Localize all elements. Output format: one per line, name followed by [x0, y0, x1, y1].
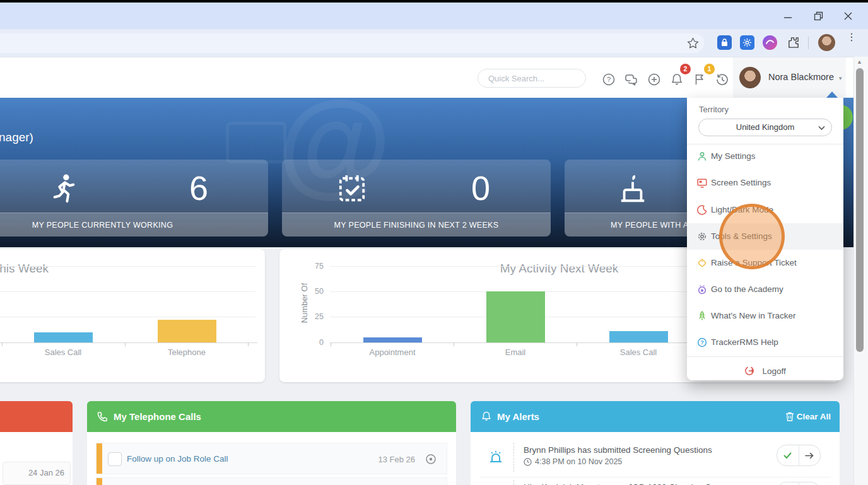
clear-all-button[interactable]: Clear All — [797, 412, 831, 421]
y-tick-label: 50 — [305, 287, 324, 296]
overdue-panel-header — [0, 401, 73, 432]
moon-icon — [697, 205, 707, 215]
stat-value: 0 — [471, 168, 490, 207]
chat-icon[interactable] — [625, 73, 638, 86]
vertical-scrollbar[interactable]: ▲ — [853, 57, 868, 485]
calls-panel-header: My Telephone Calls — [87, 401, 456, 432]
x-tick — [125, 342, 126, 346]
territory-value: United Kingdom — [699, 122, 831, 132]
x-category-label: Sales Call — [9, 348, 117, 357]
menu-item-my-settings[interactable]: My Settings — [687, 143, 843, 170]
x-tick — [577, 342, 577, 346]
territory-label: Territory — [699, 105, 729, 114]
person-icon — [697, 151, 707, 161]
logoff-icon — [744, 366, 754, 376]
user-avatar[interactable] — [739, 67, 761, 88]
siren-icon — [487, 448, 505, 466]
alert-accept-button[interactable] — [777, 445, 799, 465]
user-caret-icon[interactable]: ▾ — [839, 75, 842, 81]
alert-item[interactable]: Brynn Phillips has submitted Screening Q… — [479, 440, 831, 474]
alert-separator — [513, 480, 514, 485]
call-item[interactable]: Follow up on Job Role Call 13 Feb 26 — [96, 477, 447, 485]
trash-icon[interactable] — [785, 412, 794, 421]
scrollbar-thumb[interactable] — [856, 68, 864, 352]
priority-bar — [97, 443, 102, 474]
search-input[interactable]: Quick Search... — [478, 69, 586, 88]
menu-item-label: What's New in Tracker — [711, 311, 796, 320]
alert-text: Brynn Phillips has submitted Screening Q… — [524, 445, 712, 455]
help-icon[interactable]: ? — [602, 73, 616, 86]
screen: ⋮ Quick Search... ? 2 1 Nora Blackmore ▾… — [0, 0, 868, 485]
toolbar-separator — [808, 37, 809, 49]
alert-accept-button[interactable] — [777, 482, 799, 485]
menu-item-label: My Settings — [711, 151, 756, 161]
flag-badge: 1 — [704, 64, 715, 74]
stat-card-working[interactable]: 6 MY PEOPLE CURRENTLY WORKING — [0, 160, 268, 237]
click-indicator — [719, 204, 785, 269]
bell-icon — [481, 411, 492, 422]
history-icon[interactable] — [715, 73, 729, 86]
browser-toolbar: ⋮ — [0, 29, 868, 57]
flag-icon[interactable] — [693, 73, 707, 86]
address-bar[interactable] — [0, 33, 704, 53]
call-item[interactable]: Follow up on Job Role Call 13 Feb 26 — [96, 443, 447, 474]
menu-item-help[interactable]: ? TrackerRMS Help — [687, 329, 843, 356]
call-link[interactable]: Follow up on Job Role Call — [127, 454, 228, 464]
menu-item-screen-settings[interactable]: Screen Settings — [687, 170, 843, 196]
extension-gear-icon[interactable] — [740, 35, 754, 50]
svg-text:?: ? — [607, 76, 611, 83]
stat-card-finishing[interactable]: 0 MY PEOPLE FINISHING IN NEXT 2 WEEKS — [282, 160, 551, 237]
x-tick — [331, 342, 331, 346]
x-category-label: Email — [462, 348, 569, 357]
user-name[interactable]: Nora Blackmore — [768, 72, 834, 82]
alert-separator — [513, 443, 514, 472]
calculator-watermark-small — [226, 122, 286, 163]
alert-text: Hire Kayleigh Mountney on JOB-1022 Clean… — [524, 482, 725, 485]
dropdown-pointer — [826, 91, 838, 98]
gridline — [0, 317, 255, 317]
extension-logo-icon[interactable] — [763, 35, 777, 50]
extension-shield-icon[interactable] — [717, 35, 732, 50]
preview-eye-icon[interactable] — [425, 453, 437, 465]
alert-goto-button[interactable] — [799, 445, 821, 465]
restore-icon[interactable] — [814, 11, 823, 21]
x-axis — [0, 342, 257, 343]
clock-icon — [524, 458, 532, 466]
bar-Appointment — [363, 337, 422, 342]
minimize-icon[interactable] — [783, 14, 792, 20]
alert-item[interactable]: Hire Kayleigh Mountney on JOB-1022 Clean… — [479, 477, 831, 485]
menu-item-logoff[interactable]: Logoff — [687, 358, 843, 384]
browser-avatar[interactable] — [818, 34, 835, 51]
telephone-calls-panel: My Telephone Calls Follow up on Job Role… — [87, 401, 456, 485]
call-checkbox[interactable] — [108, 452, 122, 466]
menu-item-label: Go to the Academy — [711, 284, 783, 294]
gear-icon — [697, 231, 707, 242]
y-tick-label: 25 — [305, 312, 324, 321]
bookmark-star-icon[interactable] — [687, 37, 699, 49]
territory-select[interactable]: United Kingdom — [698, 119, 832, 136]
notification-badge: 2 — [680, 64, 691, 74]
alert-goto-button[interactable] — [799, 482, 821, 485]
help-circle-icon: ? — [697, 337, 707, 348]
add-icon[interactable] — [647, 73, 661, 86]
svg-text:?: ? — [700, 339, 703, 346]
notifications-bell-icon[interactable] — [670, 73, 684, 86]
menu-item-academy[interactable]: Go to the Academy — [687, 276, 843, 303]
x-category-label: Telephone — [133, 348, 240, 357]
gridline — [0, 291, 255, 292]
menu-item-whats-new[interactable]: What's New in Tracker — [687, 303, 843, 329]
close-icon[interactable] — [843, 11, 853, 21]
scroll-up-arrow[interactable]: ▲ — [857, 59, 862, 65]
extensions-puzzle-icon[interactable] — [787, 36, 800, 49]
academy-icon — [697, 284, 707, 295]
call-date: 13 Feb 26 — [378, 455, 415, 464]
stat-label: MY PEOPLE CURRENTLY WORKING — [0, 213, 268, 237]
calls-panel-title: My Telephone Calls — [114, 411, 201, 422]
overdue-item[interactable]: 24 Jan 26 — [3, 462, 71, 485]
x-tick — [248, 342, 249, 346]
stat-label: MY PEOPLE FINISHING IN NEXT 2 WEEKS — [282, 213, 551, 237]
browser-menu-icon[interactable]: ⋮ — [847, 34, 850, 40]
bar-Telephone — [158, 320, 216, 342]
alert-actions — [777, 445, 821, 466]
chart-title: My Activity This Week — [0, 262, 265, 276]
